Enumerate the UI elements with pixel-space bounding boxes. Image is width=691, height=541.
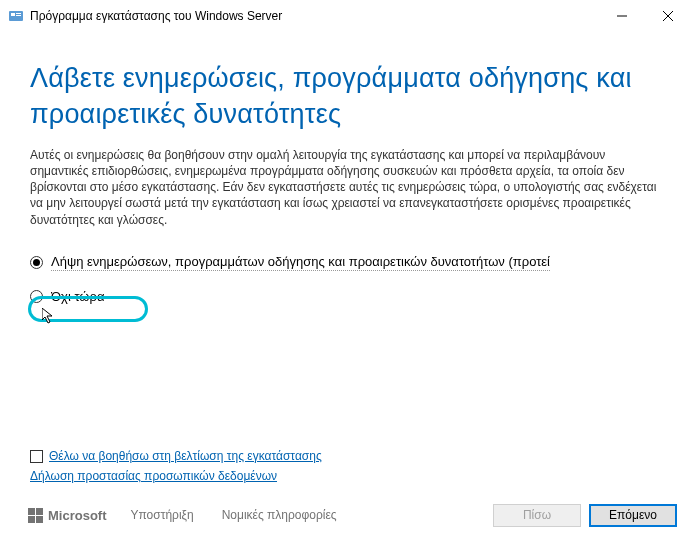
legal-link[interactable]: Νομικές πληροφορίες	[222, 508, 337, 522]
microsoft-logo-icon	[28, 508, 43, 523]
cursor-icon	[42, 308, 58, 328]
titlebar: Πρόγραμμα εγκατάστασης του Windows Serve…	[0, 0, 691, 32]
svg-rect-2	[16, 13, 21, 14]
option-get-updates-label: Λήψη ενημερώσεων, προγραμμάτων οδήγησης …	[51, 254, 550, 271]
close-button[interactable]	[645, 0, 691, 32]
window-title: Πρόγραμμα εγκατάστασης του Windows Serve…	[30, 9, 599, 23]
microsoft-logo: Microsoft	[28, 508, 107, 523]
microsoft-text: Microsoft	[48, 508, 107, 523]
svg-rect-1	[11, 13, 15, 16]
option-not-now-label: Όχι τώρα	[51, 289, 104, 304]
improve-checkbox-label: Θέλω να βοηθήσω στη βελτίωση της εγκατάσ…	[49, 449, 322, 463]
radio-unselected-icon	[30, 290, 43, 303]
svg-rect-3	[16, 15, 21, 16]
content-area: Λάβετε ενημερώσεις, προγράμματα οδήγησης…	[0, 32, 691, 310]
page-description: Αυτές οι ενημερώσεις θα βοηθήσουν στην ο…	[30, 147, 685, 228]
back-button: Πίσω	[493, 504, 581, 527]
window-controls	[599, 0, 691, 32]
improve-checkbox-row[interactable]: Θέλω να βοηθήσω στη βελτίωση της εγκατάσ…	[30, 449, 322, 463]
update-options-group: Λήψη ενημερώσεων, προγραμμάτων οδήγησης …	[30, 250, 685, 310]
option-get-updates[interactable]: Λήψη ενημερώσεων, προγραμμάτων οδήγησης …	[30, 250, 685, 276]
next-button[interactable]: Επόμενο	[589, 504, 677, 527]
privacy-statement-link[interactable]: Δήλωση προστασίας προσωπικών δεδομένων	[30, 469, 322, 483]
setup-icon	[8, 8, 24, 24]
checkbox-icon	[30, 450, 43, 463]
minimize-button[interactable]	[599, 0, 645, 32]
page-heading: Λάβετε ενημερώσεις, προγράμματα οδήγησης…	[30, 60, 685, 133]
radio-selected-icon	[30, 256, 43, 269]
support-link[interactable]: Υποστήριξη	[131, 508, 194, 522]
bottom-links: Θέλω να βοηθήσω στη βελτίωση της εγκατάσ…	[30, 449, 322, 483]
footer: Microsoft Υποστήριξη Νομικές πληροφορίες…	[28, 501, 677, 529]
option-not-now[interactable]: Όχι τώρα	[30, 284, 685, 310]
